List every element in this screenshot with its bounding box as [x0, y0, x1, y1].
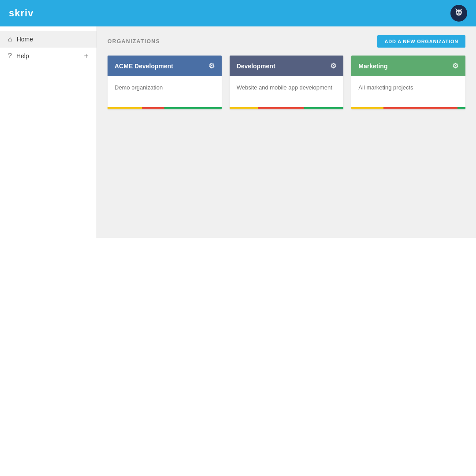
avatar-icon	[453, 7, 465, 19]
org-card-marketing-settings-icon[interactable]: ⚙	[452, 62, 458, 70]
org-card-acme-name: ACME Development	[115, 63, 173, 70]
organizations-header: ORGANIZATIONS ADD A NEW ORGANIZATION	[108, 35, 465, 48]
org-card-development-body: Website and mobile app development	[230, 76, 344, 107]
progress-red	[142, 107, 165, 109]
progress-yellow	[230, 107, 258, 109]
main-content: ORGANIZATIONS ADD A NEW ORGANIZATION ACM…	[97, 26, 476, 238]
org-card-marketing-header: Marketing ⚙	[351, 56, 465, 76]
sidebar-label-home: Home	[17, 36, 89, 43]
progress-green	[457, 107, 465, 109]
org-card-acme-progress	[108, 107, 222, 109]
progress-green	[164, 107, 221, 109]
org-card-development-name: Development	[237, 63, 275, 70]
page-lower-area	[0, 238, 476, 476]
svg-point-1	[456, 9, 462, 15]
sidebar-item-home[interactable]: ⌂ Home	[0, 31, 97, 48]
org-card-marketing-progress	[351, 107, 465, 109]
app-header: skriv	[0, 0, 476, 26]
org-card-acme-header: ACME Development ⚙	[108, 56, 222, 76]
add-organization-button[interactable]: ADD A NEW ORGANIZATION	[377, 35, 465, 48]
org-card-marketing-body: All marketing projects	[351, 76, 465, 107]
org-card-acme-settings-icon[interactable]: ⚙	[208, 62, 215, 70]
progress-red	[383, 107, 457, 109]
org-card-marketing-description: All marketing projects	[358, 84, 413, 91]
progress-yellow	[108, 107, 142, 109]
help-add-button[interactable]: +	[84, 52, 89, 60]
progress-yellow	[351, 107, 383, 109]
org-card-development-description: Website and mobile app development	[237, 84, 332, 91]
app-logo: skriv	[9, 7, 33, 19]
org-card-marketing[interactable]: Marketing ⚙ All marketing projects	[351, 56, 465, 109]
app-layout: ⌂ Home ? Help + ORGANIZATIONS ADD A NEW …	[0, 26, 476, 238]
org-card-development-header: Development ⚙	[230, 56, 344, 76]
help-icon: ?	[8, 52, 12, 60]
progress-red	[258, 107, 303, 109]
progress-green	[304, 107, 344, 109]
sidebar-item-help[interactable]: ? Help +	[0, 48, 97, 64]
org-card-acme-body: Demo organization	[108, 76, 222, 107]
svg-rect-7	[456, 12, 462, 13]
org-card-development-progress	[230, 107, 344, 109]
home-icon: ⌂	[8, 35, 12, 43]
org-card-development-settings-icon[interactable]: ⚙	[330, 62, 336, 70]
organizations-grid: ACME Development ⚙ Demo organization Dev…	[108, 56, 465, 109]
org-card-acme[interactable]: ACME Development ⚙ Demo organization	[108, 56, 222, 109]
sidebar-label-help: Help	[16, 52, 80, 60]
sidebar: ⌂ Home ? Help +	[0, 26, 97, 238]
org-card-marketing-name: Marketing	[358, 63, 387, 70]
org-card-development[interactable]: Development ⚙ Website and mobile app dev…	[230, 56, 344, 109]
organizations-title: ORGANIZATIONS	[108, 38, 160, 45]
org-card-acme-description: Demo organization	[115, 84, 163, 91]
user-avatar[interactable]	[450, 5, 467, 22]
